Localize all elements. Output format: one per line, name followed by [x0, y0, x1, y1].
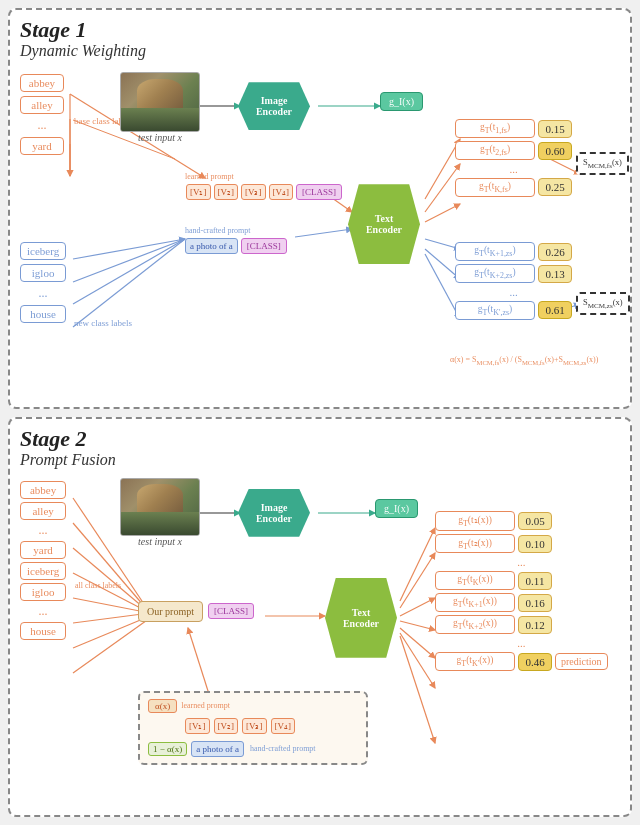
stage1-thumbnail [120, 72, 200, 132]
learned-prompt-label-s2: learned prompt [181, 701, 230, 710]
stage1-test-label: test input x [138, 132, 182, 143]
gi-box: g_I(x) [380, 92, 423, 111]
val-tK: 0.11 [518, 572, 552, 590]
v3-token: [V₃] [241, 184, 266, 200]
prediction-label: prediction [555, 653, 608, 670]
val-K2zs: 0.13 [538, 265, 572, 283]
gt-t1: gT(t₁(x)) [435, 511, 515, 531]
text-encoder-box-2: TextEncoder [325, 578, 397, 658]
handcrafted-label-s2: hand-crafted prompt [250, 744, 316, 753]
class-token-2: [CLASS] [241, 238, 287, 254]
svg-line-10 [295, 229, 352, 237]
svg-line-40 [400, 636, 435, 743]
image-encoder-box: ImageEncoder [238, 82, 310, 130]
val-t2: 0.10 [518, 535, 552, 553]
svg-line-38 [400, 628, 435, 658]
svg-line-15 [425, 204, 460, 222]
svg-line-7 [73, 239, 185, 304]
s2-v3: [V₃] [242, 718, 267, 734]
svg-line-34 [400, 528, 435, 601]
svg-line-28 [73, 618, 150, 673]
stage2-image-encoder: ImageEncoder [238, 489, 310, 537]
class2-yard: yard [20, 541, 66, 559]
smcm-fs: SMCM,fs(x) [576, 152, 629, 175]
stage1-subtitle: Dynamic Weighting [20, 42, 620, 60]
smcm-zs-container: SMCM,zs(x) [576, 292, 630, 315]
class-token-s2: [CLASS] [208, 603, 254, 619]
val-tKp: 0.46 [518, 653, 552, 671]
class2-iceberg: iceberg [20, 562, 66, 580]
image-encoder-box-2: ImageEncoder [238, 489, 310, 537]
new-class-list: iceberg igloo ... house [20, 242, 66, 323]
gt-Kfs: gT(tK,fs) [455, 178, 535, 197]
ellipsis-s2-2: ... [435, 637, 608, 649]
one-minus-alpha: 1 − α(x) [148, 742, 187, 756]
val-K1zs: 0.26 [538, 243, 572, 261]
gt-Kpzs: gT(tK',zs) [455, 301, 535, 320]
handcrafted-prompt: hand-crafted prompt a photo of a [CLASS] [185, 226, 288, 255]
svg-line-37 [400, 621, 435, 630]
gi-box-2: g_I(x) [375, 499, 418, 518]
fs-scores: gT(t1,fs) 0.15 gT(t2,fs) 0.60 ... gT(tK,… [455, 119, 572, 197]
val-tK1: 0.16 [518, 594, 552, 612]
gt-2fs: gT(t2,fs) [455, 141, 535, 160]
photo-of-a-1: a photo of a [185, 238, 238, 254]
ellipsis-fs: ... [455, 163, 572, 175]
all-class-list: abbey alley ... yard iceberg igloo ... h… [20, 481, 66, 640]
svg-line-36 [400, 598, 435, 616]
svg-text:all class labels: all class labels [75, 581, 121, 590]
ellipsis-all1: ... [20, 523, 66, 538]
class2-alley: alley [20, 502, 66, 520]
class-alley: alley [20, 96, 64, 114]
gt-t2: gT(t₂(x)) [435, 534, 515, 554]
our-prompt-area: Our prompt [CLASS] [138, 601, 255, 622]
smcm-fs-container: SMCM,fs(x) [576, 152, 629, 175]
stage2-text-encoder: TextEncoder [325, 578, 397, 658]
zs-scores: gT(tK+1,zs) 0.26 gT(tK+2,zs) 0.13 ... gT… [455, 242, 572, 320]
gt-tK2: gT(tK+2(x)) [435, 615, 515, 634]
svg-line-39 [400, 633, 435, 688]
gt-tK1: gT(tK+1(x)) [435, 593, 515, 612]
class2-house: house [20, 622, 66, 640]
gt-tK: gT(tK(x)) [435, 571, 515, 590]
base-class-list: abbey alley ... yard [20, 74, 64, 159]
stage2-scores: gT(t₁(x)) 0.05 gT(t₂(x)) 0.10 ... gT(tK(… [435, 511, 608, 671]
photo-of-a-s2: a photo of a [191, 741, 244, 757]
gt-K1zs: gT(tK+1,zs) [455, 242, 535, 261]
stage2-container: Stage 2 Prompt Fusion [8, 417, 632, 818]
class-token-1: [CLASS] [296, 184, 342, 200]
new-label: new class labels [74, 312, 132, 330]
ellipsis-base1: ... [20, 118, 64, 133]
ellipsis-s2-1: ... [435, 556, 608, 568]
svg-line-35 [400, 553, 435, 608]
stage2-thumbnail [120, 478, 200, 536]
class2-igloo: igloo [20, 583, 66, 601]
val-tK2: 0.12 [518, 616, 552, 634]
svg-line-6 [73, 239, 185, 282]
class-iceberg: iceberg [20, 242, 66, 260]
s2-v4: [V₄] [271, 718, 296, 734]
stage2-image: test input x [120, 478, 200, 547]
stage1-title: Stage 1 [20, 18, 620, 42]
class-house-1: house [20, 305, 66, 323]
ellipsis-all2: ... [20, 604, 66, 619]
svg-line-5 [73, 239, 185, 259]
s2-v1: [V₁] [185, 718, 210, 734]
gt-K2zs: gT(tK+2,zs) [455, 264, 535, 283]
val-Kfs: 0.25 [538, 178, 572, 196]
val-2fs: 0.60 [538, 142, 572, 160]
stage2-subtitle: Prompt Fusion [20, 451, 620, 469]
stage1-image-encoder: ImageEncoder [238, 82, 310, 130]
gt-1fs: gT(t1,fs) [455, 119, 535, 138]
v2-token: [V₂] [214, 184, 239, 200]
gi-value: g_I(x) [380, 92, 423, 111]
stage2-test-label: test input x [138, 536, 182, 547]
stage1-container: Stage 1 Dynamic Weighting [8, 8, 632, 409]
handcrafted-label: hand-crafted prompt [185, 226, 288, 235]
text-encoder-box: TextEncoder [348, 184, 420, 264]
alpha-formula: α(x) = SMCM,fs(x) / (SMCM,fs(x)+SMCM,zs(… [450, 354, 598, 367]
gt-tKp: gT(tK'(x)) [435, 652, 515, 671]
stage1-image: test input x [120, 72, 200, 143]
gi-value-2: g_I(x) [375, 499, 418, 518]
val-Kpzs: 0.61 [538, 301, 572, 319]
